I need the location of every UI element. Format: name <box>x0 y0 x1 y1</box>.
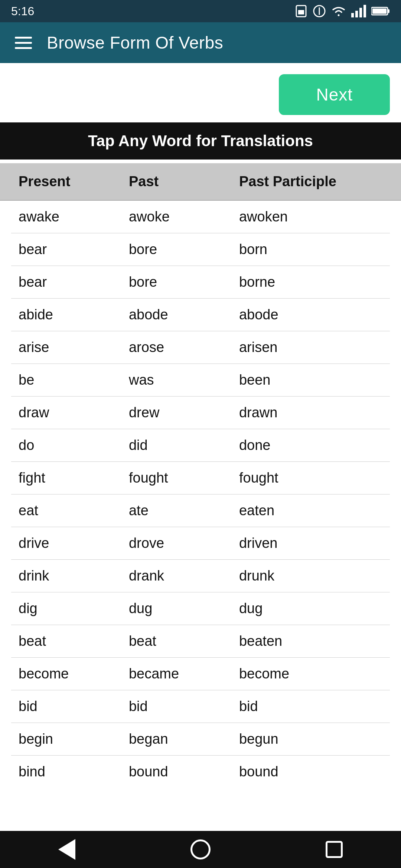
table-row[interactable]: begin began begun <box>11 723 390 756</box>
cell-past: fought <box>129 470 239 486</box>
table-row[interactable]: become became become <box>11 658 390 690</box>
svg-rect-5 <box>355 11 358 17</box>
cell-past-participle: drawn <box>239 405 382 421</box>
table-row[interactable]: bear bore born <box>11 233 390 266</box>
cell-past-participle: arisen <box>239 339 382 355</box>
back-button[interactable] <box>54 836 80 862</box>
svg-rect-4 <box>351 13 354 17</box>
cell-past: awoke <box>129 209 239 225</box>
cell-present: be <box>19 372 129 388</box>
recents-icon <box>326 841 343 858</box>
cell-past: drank <box>129 568 239 584</box>
nav-title: Browse Form Of Verbs <box>47 33 223 53</box>
cell-past: became <box>129 666 239 682</box>
cell-present: draw <box>19 405 129 421</box>
table-row[interactable]: bid bid bid <box>11 690 390 723</box>
top-nav: Browse Form Of Verbs <box>0 22 401 63</box>
cell-present: abide <box>19 307 129 323</box>
svg-rect-6 <box>359 8 362 17</box>
cell-past-participle: driven <box>239 535 382 551</box>
cell-present: drink <box>19 568 129 584</box>
cell-past-participle: been <box>239 372 382 388</box>
cell-past-participle: beaten <box>239 633 382 649</box>
cell-past: did <box>129 437 239 453</box>
cell-past-participle: bound <box>239 764 382 780</box>
col-header-present: Present <box>19 174 129 190</box>
table-row[interactable]: drive drove driven <box>11 527 390 560</box>
cell-past: bore <box>129 274 239 290</box>
wifi-icon <box>331 5 346 17</box>
col-header-past-participle: Past Participle <box>239 174 382 190</box>
cell-past: was <box>129 372 239 388</box>
cell-past-participle: eaten <box>239 503 382 519</box>
cell-present: eat <box>19 503 129 519</box>
table-row[interactable]: abide abode abode <box>11 299 390 331</box>
table-row[interactable]: dig dug dug <box>11 592 390 625</box>
cell-past: dug <box>129 601 239 617</box>
next-area: Next <box>0 63 401 119</box>
table-row[interactable]: arise arose arisen <box>11 331 390 364</box>
table-row[interactable]: bear bore borne <box>11 266 390 299</box>
cell-past-participle: born <box>239 241 382 257</box>
table-row[interactable]: eat ate eaten <box>11 494 390 527</box>
cell-present: arise <box>19 339 129 355</box>
table-row[interactable]: beat beat beaten <box>11 625 390 658</box>
table-body: awake awoke awoken bear bore born bear b… <box>0 201 401 788</box>
cell-present: fight <box>19 470 129 486</box>
cell-present: do <box>19 437 129 453</box>
cell-past: beat <box>129 633 239 649</box>
cell-present: bind <box>19 764 129 780</box>
next-button[interactable]: Next <box>279 74 390 115</box>
svg-rect-9 <box>388 9 389 13</box>
cell-past: bid <box>129 698 239 714</box>
cell-present: dig <box>19 601 129 617</box>
battery-icon <box>371 6 390 16</box>
privacy-icon <box>313 4 326 18</box>
banner-text: Tap Any Word for Translations <box>88 132 313 149</box>
cell-past-participle: begun <box>239 731 382 747</box>
status-time: 5:16 <box>11 4 34 18</box>
cell-present: bear <box>19 274 129 290</box>
cell-past-participle: bid <box>239 698 382 714</box>
table-row[interactable]: be was been <box>11 364 390 397</box>
table-row[interactable]: fight fought fought <box>11 462 390 494</box>
cell-past-participle: become <box>239 666 382 682</box>
hamburger-icon[interactable] <box>15 37 32 49</box>
cell-past: abode <box>129 307 239 323</box>
svg-rect-7 <box>363 5 366 17</box>
cell-present: bear <box>19 241 129 257</box>
sim-icon <box>295 5 307 17</box>
back-icon <box>58 839 75 860</box>
cell-past: ate <box>129 503 239 519</box>
table-row[interactable]: bind bound bound <box>11 756 390 788</box>
table-row[interactable]: draw drew drawn <box>11 397 390 429</box>
svg-rect-10 <box>372 9 387 14</box>
home-button[interactable] <box>188 836 213 862</box>
cell-past: bore <box>129 241 239 257</box>
signal-icon <box>351 5 366 17</box>
cell-past: drove <box>129 535 239 551</box>
cell-present: awake <box>19 209 129 225</box>
cell-past-participle: drunk <box>239 568 382 584</box>
cell-past-participle: abode <box>239 307 382 323</box>
cell-past: began <box>129 731 239 747</box>
cell-present: bid <box>19 698 129 714</box>
table-header: Present Past Past Participle <box>0 163 401 201</box>
table-row[interactable]: drink drank drunk <box>11 560 390 592</box>
table-row[interactable]: awake awoke awoken <box>11 201 390 233</box>
cell-past-participle: awoken <box>239 209 382 225</box>
recents-button[interactable] <box>321 836 347 862</box>
cell-past-participle: dug <box>239 601 382 617</box>
cell-present: beat <box>19 633 129 649</box>
bottom-nav <box>0 831 401 868</box>
status-bar: 5:16 <box>0 0 401 22</box>
cell-present: begin <box>19 731 129 747</box>
cell-past-participle: done <box>239 437 382 453</box>
status-icons <box>295 4 390 18</box>
svg-rect-1 <box>298 10 304 14</box>
table-row[interactable]: do did done <box>11 429 390 462</box>
cell-past: arose <box>129 339 239 355</box>
cell-past-participle: borne <box>239 274 382 290</box>
cell-present: become <box>19 666 129 682</box>
cell-past-participle: fought <box>239 470 382 486</box>
